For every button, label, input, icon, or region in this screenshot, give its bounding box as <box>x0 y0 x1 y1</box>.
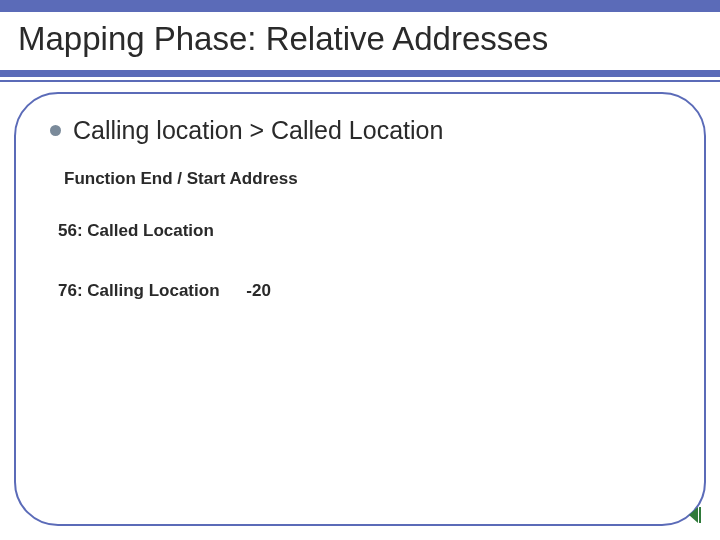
svg-marker-0 <box>689 507 698 523</box>
accent-top-band <box>0 0 720 12</box>
line-function-label: Function End / Start Address <box>64 169 676 189</box>
line-called-location: 56: Called Location <box>58 221 676 241</box>
calling-location-text: 76: Calling Location <box>58 281 220 300</box>
bullet-dot-icon <box>50 125 61 136</box>
divider-thick <box>0 70 720 77</box>
slide-title: Mapping Phase: Relative Addresses <box>18 20 548 58</box>
offset-value: -20 <box>246 281 271 301</box>
line-calling-location: 76: Calling Location -20 <box>58 281 676 301</box>
prev-slide-icon[interactable] <box>686 506 702 524</box>
bullet-text: Calling location > Called Location <box>73 116 443 145</box>
divider-thin <box>0 80 720 82</box>
content-card: Calling location > Called Location Funct… <box>14 92 706 526</box>
bullet-item: Calling location > Called Location <box>50 116 676 145</box>
